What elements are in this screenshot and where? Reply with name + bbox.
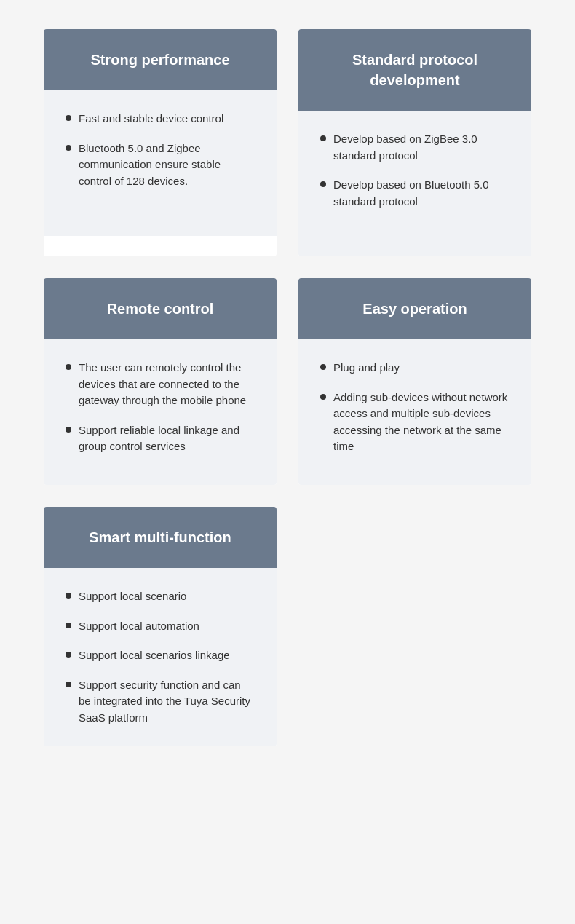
bullet-text: The user can remotely control the device… (79, 360, 255, 409)
card-smart-multifunction: Smart multi-function Support local scena… (44, 507, 277, 746)
bullet-dot-icon (66, 652, 71, 658)
row-3: Smart multi-function Support local scena… (44, 507, 531, 746)
list-item: Support local automation (66, 618, 255, 635)
bullet-dot-icon (66, 593, 71, 599)
card-title-remote-control: Remote control (107, 301, 214, 317)
bullet-text: Fast and stable device control (79, 111, 223, 127)
list-item: Plug and play (320, 360, 509, 376)
row-1: Strong performance Fast and stable devic… (44, 29, 531, 256)
card-header-remote-control: Remote control (44, 278, 277, 339)
list-item: Support security function and can be int… (66, 677, 255, 727)
bullet-text: Bluetooth 5.0 and Zigbee communication e… (79, 141, 255, 190)
bullet-list-smart-multifunction: Support local scenario Support local aut… (66, 588, 255, 726)
list-item: Develop based on ZigBee 3.0 standard pro… (320, 131, 509, 164)
bullet-list-standard-protocol: Develop based on ZigBee 3.0 standard pro… (320, 131, 509, 210)
bullet-dot-icon (66, 623, 71, 628)
card-header-strong-performance: Strong performance (44, 29, 277, 90)
bullet-text: Develop based on Bluetooth 5.0 standard … (333, 177, 509, 210)
bullet-list-easy-operation: Plug and play Adding sub-devices without… (320, 360, 509, 455)
bullet-text: Support local scenario (79, 588, 186, 605)
card-title-smart-multifunction: Smart multi-function (89, 529, 231, 545)
list-item: Support local scenario (66, 588, 255, 605)
card-body-standard-protocol: Develop based on ZigBee 3.0 standard pro… (298, 111, 531, 256)
card-header-easy-operation: Easy operation (298, 278, 531, 339)
card-easy-operation: Easy operation Plug and play Adding sub-… (298, 278, 531, 485)
list-item: Support reliable local linkage and group… (66, 422, 255, 455)
card-title-standard-protocol: Standard protocol development (352, 52, 477, 88)
bullet-text: Support local scenarios linkage (79, 647, 230, 664)
list-item: Bluetooth 5.0 and Zigbee communication e… (66, 141, 255, 190)
list-item: Support local scenarios linkage (66, 647, 255, 664)
bullet-dot-icon (320, 135, 326, 141)
card-body-easy-operation: Plug and play Adding sub-devices without… (298, 339, 531, 485)
bullet-dot-icon (66, 427, 71, 433)
bullet-text: Plug and play (333, 360, 400, 376)
bullet-list-remote-control: The user can remotely control the device… (66, 360, 255, 455)
bullet-dot-icon (320, 181, 326, 187)
card-strong-performance: Strong performance Fast and stable devic… (44, 29, 277, 256)
card-title-easy-operation: Easy operation (362, 301, 467, 317)
bullet-dot-icon (320, 364, 326, 370)
bullet-dot-icon (66, 682, 71, 687)
card-standard-protocol: Standard protocol development Develop ba… (298, 29, 531, 256)
bullet-dot-icon (320, 394, 326, 400)
bullet-list-strong-performance: Fast and stable device control Bluetooth… (66, 111, 255, 189)
card-header-smart-multifunction: Smart multi-function (44, 507, 277, 568)
bullet-text: Support local automation (79, 618, 199, 635)
list-item: Adding sub-devices without network acces… (320, 390, 509, 455)
card-body-smart-multifunction: Support local scenario Support local aut… (44, 568, 277, 746)
bullet-dot-icon (66, 115, 71, 121)
card-header-standard-protocol: Standard protocol development (298, 29, 531, 111)
card-body-remote-control: The user can remotely control the device… (44, 339, 277, 485)
card-title-strong-performance: Strong performance (90, 52, 229, 68)
bullet-text: Develop based on ZigBee 3.0 standard pro… (333, 131, 509, 164)
bullet-dot-icon (66, 364, 71, 370)
bullet-text: Support reliable local linkage and group… (79, 422, 255, 455)
list-item: The user can remotely control the device… (66, 360, 255, 409)
list-item: Develop based on Bluetooth 5.0 standard … (320, 177, 509, 210)
bullet-text: Support security function and can be int… (79, 677, 255, 727)
row-2: Remote control The user can remotely con… (44, 278, 531, 485)
bullet-dot-icon (66, 145, 71, 151)
bullet-text: Adding sub-devices without network acces… (333, 390, 509, 455)
list-item: Fast and stable device control (66, 111, 255, 127)
card-remote-control: Remote control The user can remotely con… (44, 278, 277, 485)
card-body-strong-performance: Fast and stable device control Bluetooth… (44, 90, 277, 236)
